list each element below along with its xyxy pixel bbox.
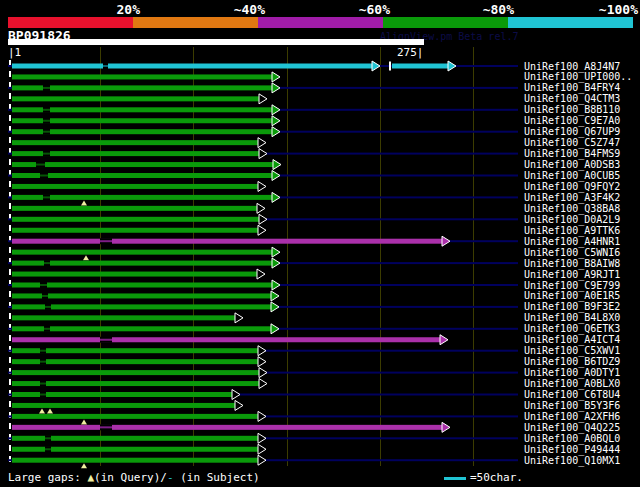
alignment-bar bbox=[12, 293, 272, 298]
alignment-bar bbox=[12, 162, 274, 167]
ruler-end-label: 275| bbox=[397, 46, 424, 59]
arrow-head-icon bbox=[272, 116, 280, 126]
alignment-bar bbox=[12, 64, 373, 69]
alignment-bar bbox=[12, 359, 259, 364]
arrow-head-icon bbox=[271, 324, 279, 334]
alignment-bar bbox=[12, 74, 273, 79]
legend-label-20: 20% bbox=[117, 2, 140, 17]
query-gap-triangle-icon bbox=[81, 200, 87, 205]
alignment-bar bbox=[12, 283, 273, 288]
arrow-head-icon bbox=[258, 433, 266, 443]
alignment-bar bbox=[12, 173, 273, 178]
arrow-head-icon bbox=[448, 61, 456, 71]
arrow-head-icon bbox=[272, 171, 280, 181]
alignment-bar bbox=[392, 64, 449, 69]
alignment-bar bbox=[12, 272, 258, 277]
arrow-head-icon bbox=[259, 149, 267, 159]
ruler-start-label: |1 bbox=[8, 46, 21, 59]
alignment-bar bbox=[12, 96, 260, 101]
alignment-bar bbox=[12, 414, 259, 419]
legend-label-60: ~60% bbox=[359, 2, 390, 17]
alignment-bar bbox=[12, 425, 443, 430]
alignment-bar bbox=[12, 381, 260, 386]
alignment-bar bbox=[12, 107, 273, 112]
gaps-legend-suffix: (in Subject) bbox=[174, 471, 260, 484]
legend-swatch bbox=[258, 17, 383, 28]
arrow-head-icon bbox=[258, 138, 266, 148]
alignment-bar bbox=[12, 217, 260, 222]
alignment-bar bbox=[12, 250, 273, 255]
alignment-bar bbox=[12, 228, 259, 233]
query-gap-triangle-icon bbox=[81, 463, 87, 468]
alignment-bar bbox=[12, 315, 236, 320]
arrow-head-icon bbox=[273, 160, 281, 170]
arrow-head-icon bbox=[259, 94, 267, 104]
arrow-head-icon bbox=[272, 83, 280, 93]
alignment-bar bbox=[12, 206, 258, 211]
gaps-legend-prefix: Large gaps: bbox=[8, 471, 87, 484]
alignment-bar bbox=[12, 85, 273, 90]
row-label: UniRef100_Q10MX1 bbox=[524, 455, 620, 467]
arrow-head-icon bbox=[271, 291, 279, 301]
arrow-head-icon bbox=[258, 181, 266, 191]
arrow-head-icon bbox=[258, 455, 266, 465]
arrow-head-icon bbox=[258, 444, 266, 454]
arrow-head-icon bbox=[272, 72, 280, 82]
query-ruler-bar bbox=[8, 39, 424, 45]
arrow-head-icon bbox=[257, 269, 265, 279]
legend-scale-bar bbox=[8, 17, 633, 28]
arrow-head-icon bbox=[232, 390, 240, 400]
scale-sample-line bbox=[444, 477, 466, 480]
alignment-bar bbox=[12, 140, 259, 145]
arrow-head-icon bbox=[258, 357, 266, 367]
arrow-head-icon bbox=[442, 422, 450, 432]
alignment-bar bbox=[12, 326, 272, 331]
legend-swatch bbox=[8, 17, 133, 28]
alignment-bar bbox=[12, 129, 273, 134]
legend-swatch bbox=[383, 17, 508, 28]
query-gap-triangle-icon bbox=[83, 255, 89, 260]
alignment-bar bbox=[12, 370, 260, 375]
alignment-bar bbox=[12, 458, 259, 463]
alignment-plot: UniRef100_A8J4N7UniRef100_UPI000..UniRef… bbox=[0, 0, 640, 487]
arrow-head-icon bbox=[272, 258, 280, 268]
arrow-head-icon bbox=[372, 61, 380, 71]
query-gap-triangle-icon bbox=[47, 408, 53, 413]
alignment-viewer-page: { "legend": { "items": [ {"label": "20%"… bbox=[0, 0, 640, 487]
arrow-head-icon bbox=[271, 302, 279, 312]
gaps-legend-mid: (in Query)/ bbox=[94, 471, 167, 484]
arrow-head-icon bbox=[259, 379, 267, 389]
arrow-head-icon bbox=[257, 203, 265, 213]
alignment-bar bbox=[12, 337, 441, 342]
legend-label-100: ~100% bbox=[599, 2, 638, 17]
legend-label-80: ~80% bbox=[483, 2, 514, 17]
legend-label-40: ~40% bbox=[234, 2, 265, 17]
alignment-bar bbox=[12, 195, 273, 200]
legend-swatch bbox=[508, 17, 633, 28]
arrow-head-icon bbox=[258, 411, 266, 421]
arrow-head-icon bbox=[259, 214, 267, 224]
alignment-bar bbox=[12, 118, 273, 123]
segment-start-tick bbox=[389, 62, 391, 71]
alignment-bar bbox=[12, 184, 259, 189]
legend-swatch bbox=[133, 17, 258, 28]
arrow-head-icon bbox=[272, 127, 280, 137]
arrow-head-icon bbox=[440, 335, 448, 345]
arrow-head-icon bbox=[442, 236, 450, 246]
alignment-bar bbox=[12, 239, 443, 244]
arrow-head-icon bbox=[258, 346, 266, 356]
subject-gap-dash-icon: - bbox=[167, 471, 174, 484]
query-gap-triangle-icon bbox=[39, 408, 45, 413]
query-gap-triangle-icon bbox=[81, 419, 87, 424]
arrow-head-icon bbox=[258, 225, 266, 235]
arrow-head-icon bbox=[235, 313, 243, 323]
alignment-bar bbox=[12, 348, 259, 353]
arrow-head-icon bbox=[272, 105, 280, 115]
arrow-head-icon bbox=[259, 368, 267, 378]
arrow-head-icon bbox=[272, 192, 280, 202]
alignment-bar bbox=[12, 403, 236, 408]
arrow-head-icon bbox=[235, 400, 243, 410]
alignment-bar bbox=[12, 261, 273, 266]
scale-note-label: =50char. bbox=[470, 471, 523, 484]
arrow-head-icon bbox=[272, 247, 280, 257]
